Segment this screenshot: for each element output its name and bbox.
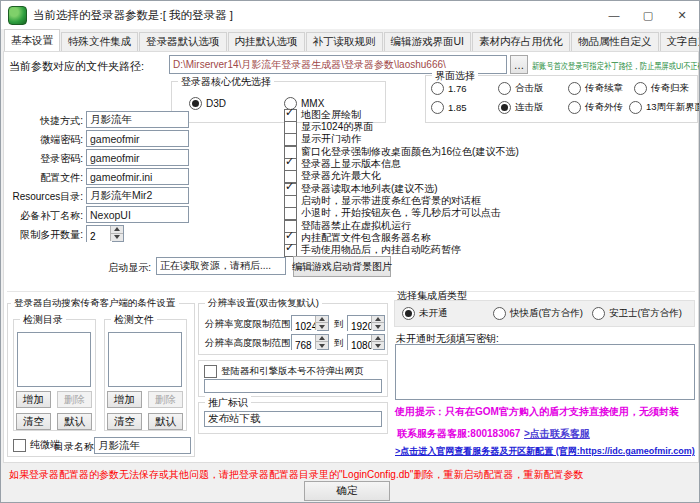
- multi-open-input[interactable]: [87, 229, 112, 244]
- dirname-input[interactable]: [94, 437, 191, 454]
- login-password-input[interactable]: [86, 149, 189, 166]
- edit-startup-bg-button[interactable]: 编辑游戏启动背景图片: [293, 256, 391, 277]
- title-bar: 当前选择的登录器参数是:[ 我的登录器 ] — ▢ ✕: [1, 1, 699, 29]
- res-height-to-label: 到: [334, 337, 344, 350]
- window-title: 当前选择的登录器参数是:[ 我的登录器 ]: [33, 8, 233, 23]
- cb-show-door-anim[interactable]: ✓显示开门动作: [284, 133, 361, 145]
- radio-heji-ban[interactable]: 合击版: [498, 82, 544, 94]
- res-height-label: 分辨率高度限制范围: [205, 337, 291, 350]
- tab-memory-optimize[interactable]: 素材内存占用优化: [472, 32, 570, 51]
- res-height-max-input[interactable]: [348, 339, 373, 353]
- client-search-title: 登录器自动搜索传奇客户端的条件设置: [11, 297, 179, 310]
- detect-files-listbox[interactable]: [108, 332, 182, 387]
- radio-core-d3d[interactable]: D3D: [189, 97, 226, 109]
- usage-hint-text: 使用提示：只有在GOM官方购入的盾才支持直接使用，无须封装: [395, 405, 679, 419]
- dir-clear-button[interactable]: 清空: [16, 413, 51, 430]
- spinner-down-icon[interactable]: [110, 234, 123, 242]
- spinner-down-icon[interactable]: [315, 342, 328, 349]
- micro-password-label: 微端密码:: [1, 133, 83, 147]
- checkbox-icon: ✓: [204, 365, 217, 378]
- spinner-up-icon[interactable]: [371, 316, 384, 323]
- spinner-up-icon[interactable]: [110, 226, 123, 234]
- res-width-max-input[interactable]: [348, 320, 373, 334]
- app-icon: [8, 6, 27, 25]
- dir-default-button[interactable]: 默认: [57, 413, 92, 430]
- patch-name-label: 必备补丁名称:: [1, 209, 83, 223]
- tab-launcher-defaults[interactable]: 登录器默认选项: [139, 32, 227, 51]
- tab-inhook-defaults[interactable]: 内挂默认选项: [228, 32, 305, 51]
- radio-shield-none[interactable]: 未开通: [402, 307, 448, 319]
- file-remove-button[interactable]: 删除: [148, 391, 183, 408]
- radio-icon: [498, 101, 511, 114]
- shortcut-label: 快捷方式:: [1, 114, 83, 128]
- file-default-button[interactable]: 默认: [148, 413, 183, 430]
- version-url-input[interactable]: [204, 379, 382, 393]
- resources-dir-label: Resources目录:: [1, 190, 83, 204]
- tab-bar: 基本设置 特殊文件集成 登录器默认选项 内挂默认选项 补丁读取规则 编辑游戏界面…: [1, 30, 699, 51]
- radio-icon: [568, 101, 581, 114]
- radio-chuanqi-waizhuan[interactable]: 传奇外传: [568, 101, 623, 113]
- ui-select-title: 界面选择: [432, 69, 478, 83]
- radio-icon: [629, 101, 642, 114]
- cb-version-mismatch-web[interactable]: ✓登陆器和引擎版本号不符弹出网页: [204, 365, 364, 377]
- promo-input[interactable]: [204, 411, 382, 427]
- micro-password-input[interactable]: [86, 130, 189, 147]
- res-height-min-input[interactable]: [292, 339, 317, 353]
- cb-manual-item-pause-potion[interactable]: ✓手动使用物品后，内挂自动吃药暂停: [284, 244, 461, 256]
- startup-text-input[interactable]: [156, 257, 286, 275]
- contact-service-link[interactable]: >点击联系客服: [524, 427, 590, 441]
- spinner-up-icon[interactable]: [371, 335, 384, 342]
- resources-dir-input[interactable]: [86, 187, 189, 204]
- spinner-down-icon[interactable]: [315, 323, 328, 330]
- spinner-up-icon[interactable]: [315, 316, 328, 323]
- tab-text-custom[interactable]: 文字自定义: [660, 32, 700, 51]
- tab-special-files[interactable]: 特殊文件集成: [61, 32, 138, 51]
- browse-button[interactable]: …: [510, 55, 528, 74]
- tab-basic-settings[interactable]: 基本设置: [4, 29, 60, 51]
- resolution-title: 分辨率设置(双击恢复默认): [205, 297, 322, 310]
- checkbox-icon: ✓: [284, 207, 297, 220]
- cb-pure-micro-client[interactable]: ✓纯微端: [13, 439, 60, 451]
- detect-dirs-listbox[interactable]: [17, 332, 91, 387]
- dirname-label: 目录名称:: [54, 440, 97, 454]
- tab-item-attrs[interactable]: 物品属性自定义: [571, 32, 659, 51]
- checkbox-icon: ✓: [13, 439, 26, 452]
- radio-chuanqi-guilai[interactable]: 传奇归来: [634, 82, 689, 94]
- tab-edit-game-ui[interactable]: 编辑游戏界面UI: [384, 32, 472, 51]
- official-site-link[interactable]: >点击进入官网查看服务器及开区新配置 (官网:https://idc.gameo…: [395, 445, 695, 458]
- radio-icon: [189, 97, 202, 110]
- checkbox-icon: ✓: [284, 133, 297, 146]
- spinner-down-icon[interactable]: [371, 323, 384, 330]
- radio-shield-kuaikuai[interactable]: 快快盾(官方合作): [493, 307, 583, 319]
- radio-icon: [431, 101, 444, 114]
- patch-name-input[interactable]: [86, 206, 189, 223]
- radio-chuanqi-xuzhang[interactable]: 传奇续章: [568, 82, 623, 94]
- dir-add-button[interactable]: 增加: [16, 391, 51, 408]
- spinner-down-icon[interactable]: [371, 342, 384, 349]
- spinner-up-icon[interactable]: [315, 335, 328, 342]
- res-width-to-label: 到: [334, 318, 344, 331]
- dir-remove-button[interactable]: 删除: [57, 391, 92, 408]
- radio-13th-anniversary-ui[interactable]: 13周年新界面: [629, 101, 700, 113]
- config-file-input[interactable]: [86, 168, 189, 185]
- cb-exit-button-gray-delay[interactable]: ✓小退时，开始按钮灰色，等几秒后才可以点击: [284, 207, 501, 219]
- shield-key-textarea[interactable]: [395, 344, 695, 400]
- close-icon[interactable]: ✕: [665, 1, 699, 29]
- res-width-label: 分辨率宽度限制范围: [205, 318, 291, 331]
- file-add-button[interactable]: 增加: [107, 391, 142, 408]
- core-group-title: 登录器核心优先选择: [178, 75, 274, 89]
- radio-lianji-ban[interactable]: 连击版: [498, 101, 544, 113]
- shortcut-input[interactable]: [86, 111, 189, 128]
- maximize-icon[interactable]: ▢: [631, 1, 665, 29]
- res-width-min-input[interactable]: [292, 320, 317, 334]
- ok-button[interactable]: 确定: [304, 481, 390, 501]
- footer-warning-text: 如果登录器配置器的参数无法保存或其他问题，请把登录器配置器目录里的"LoginC…: [9, 468, 583, 482]
- radio-shield-anweishi[interactable]: 安卫士(官方合作): [592, 307, 682, 319]
- tab-patch-rules[interactable]: 补丁读取规则: [306, 32, 383, 51]
- minimize-icon[interactable]: —: [597, 1, 631, 29]
- radio-1-76[interactable]: 1.76: [431, 82, 467, 94]
- cb-allow-maximize[interactable]: ✓登录器允许最大化: [284, 170, 381, 182]
- radio-icon: [592, 307, 605, 320]
- file-clear-button[interactable]: 清空: [107, 413, 142, 430]
- radio-1-85[interactable]: 1.85: [431, 101, 467, 113]
